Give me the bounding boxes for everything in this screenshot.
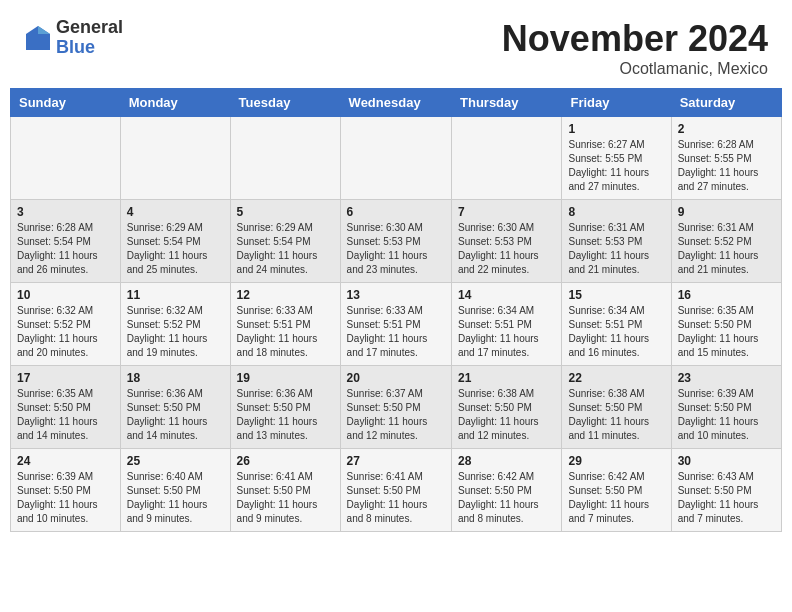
day-info: Sunrise: 6:31 AM Sunset: 5:53 PM Dayligh… bbox=[568, 221, 664, 277]
calendar-week-row: 1Sunrise: 6:27 AM Sunset: 5:55 PM Daylig… bbox=[11, 117, 782, 200]
calendar-day-cell: 5Sunrise: 6:29 AM Sunset: 5:54 PM Daylig… bbox=[230, 200, 340, 283]
day-number: 17 bbox=[17, 371, 114, 385]
day-info: Sunrise: 6:37 AM Sunset: 5:50 PM Dayligh… bbox=[347, 387, 445, 443]
weekday-header: Saturday bbox=[671, 89, 781, 117]
day-info: Sunrise: 6:42 AM Sunset: 5:50 PM Dayligh… bbox=[458, 470, 555, 526]
day-info: Sunrise: 6:34 AM Sunset: 5:51 PM Dayligh… bbox=[458, 304, 555, 360]
calendar-day-cell: 23Sunrise: 6:39 AM Sunset: 5:50 PM Dayli… bbox=[671, 366, 781, 449]
day-info: Sunrise: 6:41 AM Sunset: 5:50 PM Dayligh… bbox=[237, 470, 334, 526]
calendar-day-cell: 30Sunrise: 6:43 AM Sunset: 5:50 PM Dayli… bbox=[671, 449, 781, 532]
logo-blue: Blue bbox=[56, 38, 123, 58]
calendar-day-cell: 19Sunrise: 6:36 AM Sunset: 5:50 PM Dayli… bbox=[230, 366, 340, 449]
day-info: Sunrise: 6:32 AM Sunset: 5:52 PM Dayligh… bbox=[127, 304, 224, 360]
day-number: 11 bbox=[127, 288, 224, 302]
calendar-day-cell: 2Sunrise: 6:28 AM Sunset: 5:55 PM Daylig… bbox=[671, 117, 781, 200]
calendar-day-cell: 27Sunrise: 6:41 AM Sunset: 5:50 PM Dayli… bbox=[340, 449, 451, 532]
calendar-day-cell: 26Sunrise: 6:41 AM Sunset: 5:50 PM Dayli… bbox=[230, 449, 340, 532]
day-number: 25 bbox=[127, 454, 224, 468]
day-info: Sunrise: 6:42 AM Sunset: 5:50 PM Dayligh… bbox=[568, 470, 664, 526]
calendar-week-row: 17Sunrise: 6:35 AM Sunset: 5:50 PM Dayli… bbox=[11, 366, 782, 449]
weekday-header: Tuesday bbox=[230, 89, 340, 117]
logo-general: General bbox=[56, 18, 123, 38]
calendar-day-cell: 14Sunrise: 6:34 AM Sunset: 5:51 PM Dayli… bbox=[452, 283, 562, 366]
day-number: 22 bbox=[568, 371, 664, 385]
day-info: Sunrise: 6:30 AM Sunset: 5:53 PM Dayligh… bbox=[347, 221, 445, 277]
calendar-day-cell: 6Sunrise: 6:30 AM Sunset: 5:53 PM Daylig… bbox=[340, 200, 451, 283]
calendar-day-cell bbox=[452, 117, 562, 200]
day-number: 7 bbox=[458, 205, 555, 219]
month-title: November 2024 bbox=[502, 18, 768, 60]
day-number: 21 bbox=[458, 371, 555, 385]
calendar-day-cell: 16Sunrise: 6:35 AM Sunset: 5:50 PM Dayli… bbox=[671, 283, 781, 366]
calendar-day-cell bbox=[340, 117, 451, 200]
calendar-week-row: 24Sunrise: 6:39 AM Sunset: 5:50 PM Dayli… bbox=[11, 449, 782, 532]
calendar-week-row: 3Sunrise: 6:28 AM Sunset: 5:54 PM Daylig… bbox=[11, 200, 782, 283]
calendar-wrapper: SundayMondayTuesdayWednesdayThursdayFrid… bbox=[0, 88, 792, 542]
day-number: 16 bbox=[678, 288, 775, 302]
weekday-header: Thursday bbox=[452, 89, 562, 117]
calendar-day-cell: 29Sunrise: 6:42 AM Sunset: 5:50 PM Dayli… bbox=[562, 449, 671, 532]
title-block: November 2024 Ocotlamanic, Mexico bbox=[502, 18, 768, 78]
day-number: 15 bbox=[568, 288, 664, 302]
calendar-day-cell: 24Sunrise: 6:39 AM Sunset: 5:50 PM Dayli… bbox=[11, 449, 121, 532]
logo-icon bbox=[24, 24, 52, 52]
day-info: Sunrise: 6:33 AM Sunset: 5:51 PM Dayligh… bbox=[237, 304, 334, 360]
calendar-day-cell: 21Sunrise: 6:38 AM Sunset: 5:50 PM Dayli… bbox=[452, 366, 562, 449]
weekday-header: Friday bbox=[562, 89, 671, 117]
weekday-header: Monday bbox=[120, 89, 230, 117]
calendar-header: SundayMondayTuesdayWednesdayThursdayFrid… bbox=[11, 89, 782, 117]
calendar-day-cell: 9Sunrise: 6:31 AM Sunset: 5:52 PM Daylig… bbox=[671, 200, 781, 283]
logo-text: General Blue bbox=[56, 18, 123, 58]
weekday-row: SundayMondayTuesdayWednesdayThursdayFrid… bbox=[11, 89, 782, 117]
day-number: 13 bbox=[347, 288, 445, 302]
calendar-table: SundayMondayTuesdayWednesdayThursdayFrid… bbox=[10, 88, 782, 532]
calendar-day-cell: 3Sunrise: 6:28 AM Sunset: 5:54 PM Daylig… bbox=[11, 200, 121, 283]
day-info: Sunrise: 6:39 AM Sunset: 5:50 PM Dayligh… bbox=[17, 470, 114, 526]
day-number: 29 bbox=[568, 454, 664, 468]
calendar-day-cell bbox=[230, 117, 340, 200]
calendar-day-cell bbox=[11, 117, 121, 200]
day-number: 20 bbox=[347, 371, 445, 385]
calendar-day-cell: 7Sunrise: 6:30 AM Sunset: 5:53 PM Daylig… bbox=[452, 200, 562, 283]
calendar-day-cell: 25Sunrise: 6:40 AM Sunset: 5:50 PM Dayli… bbox=[120, 449, 230, 532]
day-number: 26 bbox=[237, 454, 334, 468]
day-number: 24 bbox=[17, 454, 114, 468]
day-info: Sunrise: 6:35 AM Sunset: 5:50 PM Dayligh… bbox=[17, 387, 114, 443]
day-number: 4 bbox=[127, 205, 224, 219]
day-info: Sunrise: 6:36 AM Sunset: 5:50 PM Dayligh… bbox=[127, 387, 224, 443]
calendar-day-cell: 8Sunrise: 6:31 AM Sunset: 5:53 PM Daylig… bbox=[562, 200, 671, 283]
day-info: Sunrise: 6:43 AM Sunset: 5:50 PM Dayligh… bbox=[678, 470, 775, 526]
weekday-header: Sunday bbox=[11, 89, 121, 117]
day-info: Sunrise: 6:39 AM Sunset: 5:50 PM Dayligh… bbox=[678, 387, 775, 443]
day-number: 6 bbox=[347, 205, 445, 219]
day-info: Sunrise: 6:33 AM Sunset: 5:51 PM Dayligh… bbox=[347, 304, 445, 360]
day-number: 23 bbox=[678, 371, 775, 385]
location-title: Ocotlamanic, Mexico bbox=[502, 60, 768, 78]
page-header: General Blue November 2024 Ocotlamanic, … bbox=[0, 0, 792, 88]
calendar-day-cell: 22Sunrise: 6:38 AM Sunset: 5:50 PM Dayli… bbox=[562, 366, 671, 449]
calendar-day-cell: 1Sunrise: 6:27 AM Sunset: 5:55 PM Daylig… bbox=[562, 117, 671, 200]
day-info: Sunrise: 6:34 AM Sunset: 5:51 PM Dayligh… bbox=[568, 304, 664, 360]
calendar-day-cell: 18Sunrise: 6:36 AM Sunset: 5:50 PM Dayli… bbox=[120, 366, 230, 449]
day-info: Sunrise: 6:41 AM Sunset: 5:50 PM Dayligh… bbox=[347, 470, 445, 526]
calendar-day-cell: 10Sunrise: 6:32 AM Sunset: 5:52 PM Dayli… bbox=[11, 283, 121, 366]
day-number: 10 bbox=[17, 288, 114, 302]
calendar-day-cell bbox=[120, 117, 230, 200]
day-number: 2 bbox=[678, 122, 775, 136]
day-number: 3 bbox=[17, 205, 114, 219]
day-info: Sunrise: 6:38 AM Sunset: 5:50 PM Dayligh… bbox=[458, 387, 555, 443]
calendar-day-cell: 15Sunrise: 6:34 AM Sunset: 5:51 PM Dayli… bbox=[562, 283, 671, 366]
day-number: 1 bbox=[568, 122, 664, 136]
day-info: Sunrise: 6:30 AM Sunset: 5:53 PM Dayligh… bbox=[458, 221, 555, 277]
day-info: Sunrise: 6:32 AM Sunset: 5:52 PM Dayligh… bbox=[17, 304, 114, 360]
day-info: Sunrise: 6:36 AM Sunset: 5:50 PM Dayligh… bbox=[237, 387, 334, 443]
day-info: Sunrise: 6:29 AM Sunset: 5:54 PM Dayligh… bbox=[127, 221, 224, 277]
calendar-day-cell: 4Sunrise: 6:29 AM Sunset: 5:54 PM Daylig… bbox=[120, 200, 230, 283]
day-number: 18 bbox=[127, 371, 224, 385]
day-number: 12 bbox=[237, 288, 334, 302]
calendar-day-cell: 20Sunrise: 6:37 AM Sunset: 5:50 PM Dayli… bbox=[340, 366, 451, 449]
day-number: 19 bbox=[237, 371, 334, 385]
day-info: Sunrise: 6:38 AM Sunset: 5:50 PM Dayligh… bbox=[568, 387, 664, 443]
day-number: 5 bbox=[237, 205, 334, 219]
calendar-body: 1Sunrise: 6:27 AM Sunset: 5:55 PM Daylig… bbox=[11, 117, 782, 532]
